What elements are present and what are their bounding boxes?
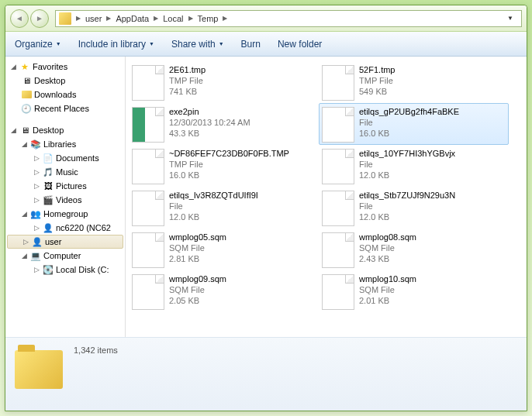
drive-icon: 💽 xyxy=(43,264,54,275)
breadcrumb[interactable]: ▶ user ▶ AppData ▶ Local ▶ Temp ▶ ▼ xyxy=(55,10,522,27)
file-item[interactable]: 2E61.tmpTMP File741 KB xyxy=(129,61,319,103)
tree-computer[interactable]: ◢💻Computer xyxy=(5,249,125,263)
breadcrumb-segment[interactable]: Local xyxy=(160,14,186,23)
tree-documents[interactable]: ▷📄Documents xyxy=(5,151,125,165)
chevron-right-icon[interactable]: ▶ xyxy=(105,15,112,22)
breadcrumb-segment[interactable]: user xyxy=(82,14,105,23)
desktop-icon: 🖥 xyxy=(21,75,32,86)
tree-homegroup-user[interactable]: ▷👤nc6220 (NC62 xyxy=(5,221,125,235)
homegroup-icon: 👥 xyxy=(30,208,41,219)
file-info: etilqs_Iv3R8ZQTdUIfI9IFile12.0 KB xyxy=(169,190,258,222)
expand-icon[interactable]: ▷ xyxy=(33,196,40,204)
file-name: etilqs_Stb7ZUJf9N29u3N xyxy=(359,190,455,201)
file-name: 2E61.tmp xyxy=(169,64,206,75)
tree-homegroup[interactable]: ◢👥Homegroup xyxy=(5,207,125,221)
file-item[interactable]: wmplog08.sqmSQM File2.43 KB xyxy=(319,229,509,270)
file-item[interactable]: etilqs_Iv3R8ZQTdUIfI9IFile12.0 KB xyxy=(129,187,319,229)
desktop-icon: 🖥 xyxy=(19,125,30,136)
tree-label: Downloads xyxy=(34,90,76,99)
file-name: ~DF86FEF7C23DB0F0FB.TMP xyxy=(169,148,289,159)
pictures-icon: 🖼 xyxy=(43,180,54,191)
tree-pictures[interactable]: ▷🖼Pictures xyxy=(5,179,125,193)
file-type: SQM File xyxy=(359,284,416,295)
item-count: 1,342 items xyxy=(74,342,118,355)
collapse-icon[interactable]: ◢ xyxy=(10,126,17,134)
include-library-button[interactable]: Include in library▼ xyxy=(78,39,154,50)
file-item[interactable]: etilqs_Stb7ZUJf9N29u3NFile12.0 KB xyxy=(319,187,509,229)
file-size: 2.01 KB xyxy=(359,295,416,306)
forward-button[interactable]: ► xyxy=(30,9,49,28)
organize-button[interactable]: Organize▼ xyxy=(15,39,61,50)
tree-label: Computer xyxy=(43,251,81,260)
file-type: SQM File xyxy=(359,242,416,253)
tree-local-disk[interactable]: ▷💽Local Disk (C: xyxy=(5,263,125,277)
toolbar: Organize▼ Include in library▼ Share with… xyxy=(5,32,527,57)
file-type: File xyxy=(359,201,455,211)
file-item[interactable]: wmplog10.sqmSQM File2.01 KB xyxy=(319,270,509,312)
tree-item-desktop[interactable]: 🖥Desktop xyxy=(5,74,125,88)
file-name: wmplog09.sqm xyxy=(169,273,226,284)
file-item[interactable]: exe2pin12/30/2013 10:24 AM43.3 KB xyxy=(129,103,319,145)
chevron-down-icon[interactable]: ▼ xyxy=(503,15,518,22)
file-item[interactable]: etilqs_gP2UBg2fh4FaBKEFile16.0 KB xyxy=(319,103,509,145)
tree-item-downloads[interactable]: Downloads xyxy=(5,88,125,101)
chevron-right-icon[interactable]: ▶ xyxy=(74,15,82,22)
tree-label: Videos xyxy=(56,195,81,205)
file-icon xyxy=(132,65,164,101)
file-icon xyxy=(322,149,354,184)
file-size: 43.3 KB xyxy=(169,128,250,139)
file-item[interactable]: ~DF86FEF7C23DB0F0FB.TMPTMP File16.0 KB xyxy=(129,145,319,187)
file-item[interactable]: etilqs_10YF7HI3hYGBvjxFile12.0 KB xyxy=(319,145,509,187)
tree-music[interactable]: ▷🎵Music xyxy=(5,165,125,179)
chevron-down-icon: ▼ xyxy=(149,41,154,46)
file-icon xyxy=(132,232,164,268)
file-size: 12.0 KB xyxy=(359,211,455,222)
new-folder-button[interactable]: New folder xyxy=(278,39,322,50)
collapse-icon[interactable]: ◢ xyxy=(10,63,17,70)
tree-item-recent[interactable]: 🕘Recent Places xyxy=(5,101,125,115)
expand-icon[interactable]: ▷ xyxy=(33,224,40,232)
expand-icon[interactable]: ▷ xyxy=(22,238,29,246)
star-icon: ★ xyxy=(19,61,30,72)
file-name: etilqs_Iv3R8ZQTdUIfI9I xyxy=(169,190,258,201)
back-button[interactable]: ◄ xyxy=(10,9,29,28)
file-name: wmplog08.sqm xyxy=(359,232,416,242)
collapse-icon[interactable]: ◢ xyxy=(21,140,28,148)
file-type: TMP File xyxy=(359,75,395,86)
file-type: SQM File xyxy=(169,284,226,295)
computer-icon: 💻 xyxy=(30,250,41,261)
tree-label: nc6220 (NC62 xyxy=(56,223,111,232)
file-name: wmplog05.sqm xyxy=(169,232,226,242)
burn-button[interactable]: Burn xyxy=(241,39,261,50)
file-item[interactable]: wmplog05.sqmSQM File2.81 KB xyxy=(129,229,319,270)
breadcrumb-segment[interactable]: AppData xyxy=(112,14,152,23)
chevron-right-icon[interactable]: ▶ xyxy=(221,15,229,22)
libraries-icon: 📚 xyxy=(30,139,41,150)
file-icon xyxy=(132,191,164,226)
file-item[interactable]: wmplog09.sqmSQM File2.05 KB xyxy=(129,270,319,312)
breadcrumb-segment[interactable]: Temp xyxy=(195,14,222,23)
file-type: TMP File xyxy=(169,159,289,170)
collapse-icon[interactable]: ◢ xyxy=(21,210,28,218)
file-item[interactable]: 52F1.tmpTMP File549 KB xyxy=(319,61,509,103)
tree-label: user xyxy=(45,237,61,246)
chevron-right-icon[interactable]: ▶ xyxy=(187,15,195,22)
file-info: etilqs_10YF7HI3hYGBvjxFile12.0 KB xyxy=(359,148,455,180)
expand-icon[interactable]: ▷ xyxy=(33,182,40,190)
file-size: 16.0 KB xyxy=(359,128,459,139)
file-type: SQM File xyxy=(169,242,226,253)
tree-favorites[interactable]: ◢★Favorites xyxy=(5,60,125,74)
tree-desktop[interactable]: ◢🖥Desktop xyxy=(5,123,125,137)
details-pane: 1,342 items xyxy=(5,337,527,411)
chevron-right-icon[interactable]: ▶ xyxy=(152,15,160,22)
expand-icon[interactable]: ▷ xyxy=(33,168,40,176)
file-type: File xyxy=(169,201,258,211)
tree-user[interactable]: ▷👤user xyxy=(7,235,123,249)
address-bar: ◄ ► ▶ user ▶ AppData ▶ Local ▶ Temp ▶ ▼ xyxy=(5,5,527,32)
tree-videos[interactable]: ▷🎬Videos xyxy=(5,193,125,207)
tree-libraries[interactable]: ◢📚Libraries xyxy=(5,137,125,151)
share-button[interactable]: Share with▼ xyxy=(171,39,224,50)
expand-icon[interactable]: ▷ xyxy=(33,266,40,273)
collapse-icon[interactable]: ◢ xyxy=(21,252,28,260)
expand-icon[interactable]: ▷ xyxy=(33,154,40,162)
